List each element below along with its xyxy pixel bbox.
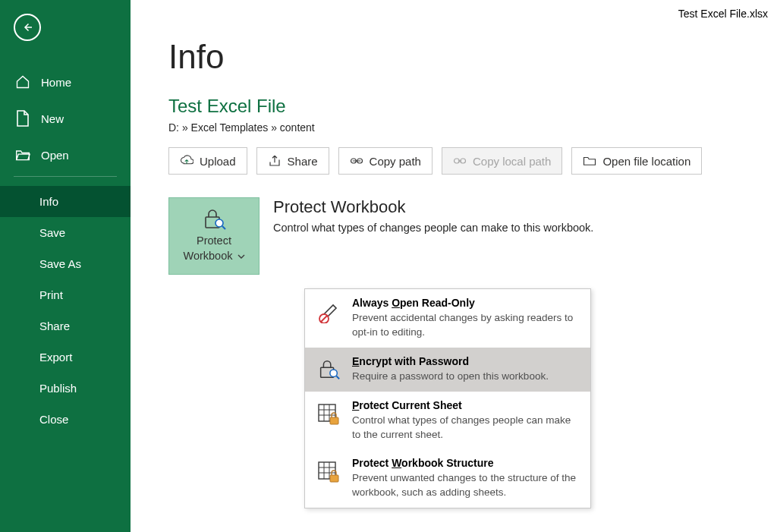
new-file-icon xyxy=(15,111,30,126)
sidebar-item-label: Info xyxy=(39,195,58,208)
window-filename: Test Excel File.xlsx xyxy=(678,8,768,20)
dropdown-item-protect-sheet[interactable]: Protect Current Sheet Control what types… xyxy=(305,392,590,450)
sidebar-item-export[interactable]: Export xyxy=(0,342,131,373)
link-icon xyxy=(453,154,467,168)
chevron-down-icon xyxy=(238,253,245,260)
dropdown-text: Always Open Read-Only Prevent accidental… xyxy=(352,297,580,340)
section-description: Control what types of changes people can… xyxy=(273,222,593,234)
dropdown-title: Protect Current Sheet xyxy=(352,399,580,411)
upload-cloud-icon xyxy=(180,154,193,168)
sidebar-item-label: New xyxy=(41,112,64,125)
svg-point-10 xyxy=(330,370,337,376)
sidebar-item-label: Export xyxy=(39,351,72,364)
sidebar-item-label: Print xyxy=(39,288,63,301)
button-label: Upload xyxy=(200,155,236,168)
dropdown-title: Always Open Read-Only xyxy=(352,297,580,309)
sidebar-item-label: Close xyxy=(39,413,68,426)
sidebar-item-label: Open xyxy=(41,149,69,162)
open-folder-icon xyxy=(15,147,30,162)
folder-icon xyxy=(583,154,596,168)
breadcrumb: D: » Excel Templates » content xyxy=(168,121,777,134)
button-label: Open file location xyxy=(602,155,690,168)
sidebar-item-print[interactable]: Print xyxy=(0,279,131,310)
page-title: Info xyxy=(168,38,777,76)
svg-point-5 xyxy=(215,219,223,227)
protect-section-text: Protect Workbook Control what types of c… xyxy=(273,197,593,234)
sidebar-item-label: Save As xyxy=(39,257,81,270)
dropdown-description: Require a password to open this workbook… xyxy=(352,370,580,384)
lock-magnify-icon xyxy=(316,357,341,382)
sidebar-item-new[interactable]: New xyxy=(0,100,131,137)
sidebar-item-save-as[interactable]: Save As xyxy=(0,248,131,279)
sidebar-divider xyxy=(14,176,117,177)
protect-workbook-dropdown: Always Open Read-Only Prevent accidental… xyxy=(304,288,591,508)
sidebar-item-publish[interactable]: Publish xyxy=(0,373,131,404)
sidebar-item-label: Publish xyxy=(39,382,77,395)
svg-rect-17 xyxy=(330,417,338,424)
section-heading: Protect Workbook xyxy=(273,197,593,217)
open-file-location-button[interactable]: Open file location xyxy=(571,147,702,175)
sidebar-item-label: Share xyxy=(39,320,70,332)
dropdown-text: Encrypt with Password Require a password… xyxy=(352,355,580,384)
backstage-sidebar: Home New Open Info Save Save As Print Sh… xyxy=(0,0,131,532)
dropdown-description: Prevent accidental changes by asking rea… xyxy=(352,311,580,340)
button-label: Copy path xyxy=(370,155,421,168)
dropdown-item-read-only[interactable]: Always Open Read-Only Prevent accidental… xyxy=(305,289,590,348)
dropdown-text: Protect Current Sheet Control what types… xyxy=(352,399,580,442)
backstage-main: Test Excel File.xlsx Info Test Excel Fil… xyxy=(131,0,777,532)
home-icon xyxy=(15,74,30,90)
protect-button-label: Protect Workbook xyxy=(178,234,249,263)
back-arrow-icon xyxy=(20,20,34,34)
button-label: Copy local path xyxy=(473,155,551,168)
document-title: Test Excel File xyxy=(168,96,777,117)
copy-path-button[interactable]: Copy path xyxy=(338,147,433,175)
svg-line-11 xyxy=(336,376,339,379)
dropdown-description: Prevent unwanted changes to the structur… xyxy=(352,471,580,500)
sidebar-item-share[interactable]: Share xyxy=(0,310,131,342)
share-button[interactable]: Share xyxy=(256,147,329,175)
sidebar-item-close[interactable]: Close xyxy=(0,404,131,435)
upload-button[interactable]: Upload xyxy=(168,147,247,175)
protect-workbook-section: Protect Workbook Protect Workbook Contro… xyxy=(168,197,777,275)
dropdown-item-protect-structure[interactable]: Protect Workbook Structure Prevent unwan… xyxy=(305,449,590,508)
lock-magnify-icon xyxy=(201,208,227,231)
pencil-prohibit-icon xyxy=(316,298,341,324)
sidebar-item-label: Save xyxy=(39,226,65,239)
svg-line-6 xyxy=(222,226,225,229)
sidebar-item-label: Home xyxy=(41,76,71,89)
action-buttons-row: Upload Share Copy path Copy local path O… xyxy=(168,147,777,175)
sidebar-item-info[interactable]: Info xyxy=(0,186,131,217)
sidebar-item-home[interactable]: Home xyxy=(0,64,131,100)
workbook-lock-icon xyxy=(316,458,341,484)
dropdown-item-encrypt[interactable]: Encrypt with Password Require a password… xyxy=(305,348,590,392)
share-icon xyxy=(268,154,282,168)
sidebar-item-open[interactable]: Open xyxy=(0,137,131,173)
sheet-lock-icon xyxy=(316,401,341,427)
svg-rect-23 xyxy=(330,475,338,482)
button-label: Share xyxy=(288,155,318,168)
dropdown-text: Protect Workbook Structure Prevent unwan… xyxy=(352,457,580,500)
copy-local-path-button: Copy local path xyxy=(442,147,562,175)
back-button[interactable] xyxy=(14,14,41,41)
dropdown-title: Encrypt with Password xyxy=(352,355,580,367)
sidebar-item-save[interactable]: Save xyxy=(0,217,131,248)
dropdown-description: Control what types of changes people can… xyxy=(352,414,580,442)
protect-workbook-button[interactable]: Protect Workbook xyxy=(168,197,260,275)
link-icon xyxy=(350,154,363,168)
dropdown-title: Protect Workbook Structure xyxy=(352,457,580,469)
